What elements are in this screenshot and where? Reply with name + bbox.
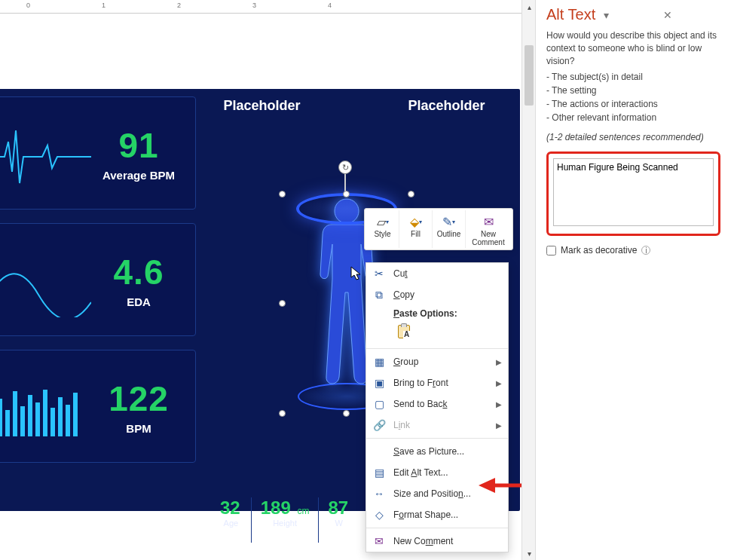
pane-close-icon[interactable]: ✕ (660, 9, 720, 21)
outline-icon: ✎▾ (434, 213, 463, 230)
resize-handle[interactable] (279, 300, 286, 307)
alt-text-highlight-box (546, 151, 720, 236)
ruler-mark: 1 (102, 2, 106, 9)
menu-format-shape[interactable]: ◇ Format Shape... (366, 504, 508, 525)
placeholder-row: Placeholder Placeholder (203, 98, 505, 114)
submenu-arrow-icon: ▶ (496, 358, 502, 366)
mark-decorative-label: Mark as decorative (561, 245, 637, 256)
send-back-icon: ▢ (372, 398, 386, 410)
menu-group[interactable]: ▦ Group ▶ (366, 351, 508, 372)
submenu-arrow-icon: ▶ (496, 400, 502, 409)
svg-rect-5 (28, 395, 32, 436)
pane-options-icon[interactable]: ▾ (601, 9, 661, 21)
scroll-thumb[interactable] (525, 45, 534, 106)
resize-handle[interactable] (343, 191, 350, 197)
alt-text-recommendation: (1-2 detailed sentences recommended) (546, 132, 720, 142)
menu-bring-front-label: Bring to Front (393, 378, 488, 388)
mini-toolbar: ▱▾ Style ⬙▾ Fill ✎▾ Outline ✉ New Commen… (364, 208, 513, 250)
ruler-mark: 3 (252, 2, 256, 9)
svg-marker-13 (479, 478, 495, 493)
mark-decorative-input[interactable] (546, 246, 556, 256)
stat-label: Height (261, 519, 310, 528)
cut-icon: ✂ (372, 268, 386, 280)
outline-label: Outline (434, 230, 463, 238)
alt-text-description: How would you describe this object and i… (546, 29, 720, 67)
menu-cut[interactable]: ✂ Cut (366, 263, 508, 284)
ecg-chart-icon (0, 115, 91, 191)
annotation-arrow-icon (479, 476, 521, 495)
menu-link-label: Link (393, 420, 488, 430)
mouse-cursor-icon (350, 266, 362, 281)
menu-send-to-back[interactable]: ▢ Send to Back ▶ (366, 393, 508, 415)
metric-card-bpm2[interactable]: 122 BPM (0, 350, 196, 463)
svg-rect-1 (0, 399, 2, 436)
horizontal-ruler: 0 1 2 3 4 (0, 0, 535, 14)
menu-format-shape-label: Format Shape... (393, 510, 502, 520)
scroll-down-arrow-icon[interactable]: ▾ (522, 546, 536, 560)
alt-text-bullet: - The subject(s) in detail (546, 70, 720, 84)
svg-rect-10 (66, 405, 70, 436)
ruler-mark: 2 (177, 2, 181, 9)
style-icon: ▱▾ (368, 213, 397, 230)
alt-text-bullet: - The setting (546, 84, 720, 97)
placeholder-text[interactable]: Placeholder (203, 98, 320, 114)
rotation-handle[interactable] (338, 161, 352, 174)
fill-button[interactable]: ⬙▾ Fill (399, 210, 433, 248)
menu-save-pic-label: Save as Picture... (393, 446, 502, 457)
info-icon[interactable]: i (641, 246, 650, 255)
stat-value: 32 (220, 497, 240, 518)
resize-handle[interactable] (343, 410, 350, 417)
scroll-up-arrow-icon[interactable]: ▴ (522, 0, 536, 14)
resize-handle[interactable] (279, 191, 286, 197)
svg-rect-11 (73, 393, 78, 436)
alt-text-title-bar: Alt Text ▾ ✕ (546, 6, 720, 23)
alt-text-bullet: - Other relevant information (546, 111, 720, 124)
menu-bring-to-front[interactable]: ▣ Bring to Front ▶ (366, 372, 508, 393)
bars-chart-icon (0, 369, 91, 444)
ruler-mark: 4 (328, 2, 332, 9)
vertical-scrollbar[interactable]: ▴ ▾ (521, 0, 535, 560)
stat-value: 189 (261, 497, 291, 518)
stat-age: 32 Age (211, 497, 252, 543)
ruler-mark: 0 (26, 2, 30, 9)
comment-icon: ✉ (372, 535, 386, 547)
svg-rect-3 (13, 391, 17, 436)
fill-label: Fill (401, 230, 430, 238)
outline-button[interactable]: ✎▾ Outline (433, 210, 466, 248)
style-label: Style (368, 230, 397, 238)
stat-weight: 87 W (319, 497, 359, 543)
alt-text-input[interactable] (553, 158, 714, 226)
copy-icon: ⧉ (372, 289, 386, 301)
style-button[interactable]: ▱▾ Style (366, 210, 399, 248)
submenu-arrow-icon: ▶ (496, 421, 502, 430)
mark-decorative-checkbox[interactable]: Mark as decorative i (546, 245, 720, 256)
slide-canvas[interactable]: Placeholder Placeholder 91 Average BPM 4… (0, 14, 521, 560)
alt-text-icon: ▤ (372, 467, 386, 479)
format-shape-icon: ◇ (372, 509, 386, 521)
menu-send-back-label: Send to Back (393, 399, 488, 409)
menu-group-label: Group (393, 357, 488, 367)
menu-save-as-picture[interactable]: Save as Picture... (366, 441, 508, 462)
placeholder-text[interactable]: Placeholder (388, 98, 505, 114)
metric-value: 91 (91, 125, 186, 166)
paste-keep-formatting-button[interactable]: A (393, 320, 414, 341)
stat-value: 87 (328, 497, 348, 518)
alt-text-bullets: - The subject(s) in detail - The setting… (546, 70, 720, 124)
size-position-icon: ↔ (372, 488, 386, 500)
resize-handle[interactable] (279, 410, 286, 417)
resize-handle[interactable] (408, 191, 414, 197)
menu-new-comment[interactable]: ✉ New Comment (366, 531, 508, 552)
menu-separator (366, 438, 508, 439)
stat-label: W (328, 519, 350, 528)
metric-card-bpm[interactable]: 91 Average BPM (0, 96, 196, 210)
menu-copy[interactable]: ⧉ Copy (366, 284, 508, 305)
submenu-arrow-icon: ▶ (496, 379, 502, 387)
new-comment-button[interactable]: ✉ New Comment (466, 210, 511, 248)
paste-options-label: Paste Options: (366, 305, 508, 319)
metric-value: 122 (91, 378, 186, 419)
fill-icon: ⬙▾ (401, 213, 430, 230)
svg-rect-7 (43, 390, 47, 436)
comment-icon: ✉ (467, 213, 509, 230)
new-comment-label: New Comment (467, 230, 509, 246)
metric-card-eda[interactable]: 4.6 EDA (0, 223, 196, 336)
